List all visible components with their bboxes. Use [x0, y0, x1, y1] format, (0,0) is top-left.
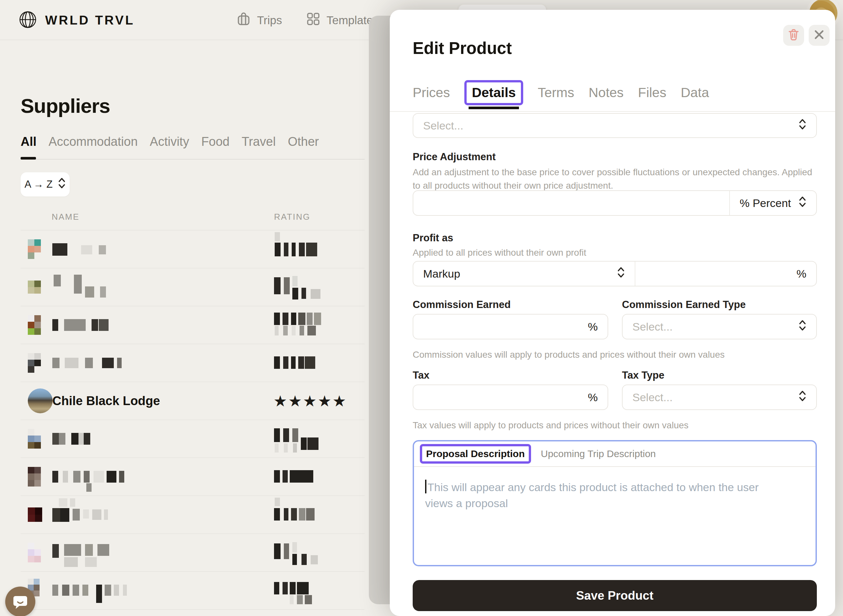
supplier-row[interactable] — [21, 344, 365, 382]
tax-type-select[interactable]: Select... — [622, 384, 817, 410]
supplier-row[interactable] — [21, 230, 365, 268]
tab-all[interactable]: All — [21, 135, 37, 149]
supplier-row[interactable] — [21, 307, 365, 344]
supplier-name: Chile Black Lodge — [52, 394, 160, 408]
modal-tab-details[interactable]: Details — [464, 80, 523, 105]
profit-group: Markup % — [413, 261, 817, 286]
modal-title: Edit Product — [413, 38, 512, 58]
category-select-placeholder: Select... — [423, 119, 799, 132]
chevron-updown-icon — [799, 118, 806, 133]
profit-suffix: % — [796, 267, 806, 280]
globe-logo-icon — [19, 11, 37, 30]
page-title: Suppliers — [21, 94, 110, 117]
profit-value-input[interactable] — [645, 267, 796, 280]
chat-bubble-icon — [11, 591, 30, 612]
price-adjustment-label: Price Adjustment — [413, 151, 817, 163]
trash-icon — [787, 28, 800, 43]
tax-type-label: Tax Type — [622, 370, 817, 381]
tab-travel[interactable]: Travel — [242, 135, 276, 149]
tax-group: % — [413, 384, 608, 410]
edit-product-modal: Edit Product PricesDetailsTermsNotesFile… — [390, 10, 835, 616]
modal-tab-data[interactable]: Data — [681, 85, 709, 100]
supplier-category-tabs: AllAccommodationActivityFoodTravelOther — [21, 135, 319, 149]
tax-suffix: % — [588, 391, 598, 404]
chevron-updown-icon — [799, 389, 806, 405]
modal-tab-notes[interactable]: Notes — [589, 85, 624, 100]
supplier-rating-stars: ★★★★★ — [273, 392, 347, 410]
commission-earned-group: % — [413, 314, 608, 339]
profit-as-help: Applied to all prices without their own … — [413, 246, 817, 259]
close-modal-button[interactable] — [809, 25, 830, 46]
supplier-row[interactable] — [21, 268, 365, 307]
commission-earned-type-select[interactable]: Select... — [622, 314, 817, 339]
close-icon — [814, 29, 825, 41]
supplier-row[interactable] — [21, 572, 365, 610]
description-editor: Proposal DescriptionUpcoming Trip Descri… — [413, 440, 817, 566]
chevron-updown-icon — [617, 266, 625, 282]
tax-label: Tax — [413, 370, 608, 381]
top-nav: TripsTemplates — [236, 0, 379, 40]
grid-icon — [306, 12, 320, 29]
commission-earned-input[interactable] — [423, 320, 588, 333]
supplier-row[interactable] — [21, 420, 365, 458]
commission-type-placeholder: Select... — [632, 320, 799, 333]
modal-tabs: PricesDetailsTermsNotesFilesData — [413, 75, 709, 110]
price-adjustment-help: Add an adjustment to the base price to c… — [413, 166, 817, 192]
active-tab-underline — [21, 157, 36, 160]
tab-accommodation[interactable]: Accommodation — [49, 135, 138, 149]
commission-earned-label: Commission Earned — [413, 299, 608, 311]
profit-as-label: Profit as — [413, 232, 817, 244]
description-placeholder: This will appear any cards this product … — [425, 481, 759, 509]
category-select[interactable]: Select... — [413, 113, 817, 138]
modal-tab-terms[interactable]: Terms — [538, 85, 574, 100]
price-adjustment-input[interactable] — [423, 197, 719, 210]
price-adjustment-group: % Percent — [413, 190, 817, 216]
tax-input[interactable] — [423, 391, 588, 404]
nav-item-templates[interactable]: Templates — [306, 12, 379, 29]
description-tab-upcoming-trip-description[interactable]: Upcoming Trip Description — [541, 448, 656, 459]
description-tab-proposal-description[interactable]: Proposal Description — [420, 444, 531, 463]
tab-other[interactable]: Other — [288, 135, 319, 149]
modal-tab-files[interactable]: Files — [638, 85, 666, 100]
supplier-row[interactable]: Chile Black Lodge★★★★★ — [21, 382, 365, 420]
chevron-updown-icon — [799, 319, 806, 334]
supplier-table: Chile Black Lodge★★★★★ — [21, 230, 365, 616]
tab-activity[interactable]: Activity — [150, 135, 189, 149]
briefcase-icon — [236, 12, 251, 29]
supplier-row[interactable] — [21, 496, 365, 534]
tax-help: Tax values will apply to products and pr… — [413, 418, 817, 432]
text-cursor — [425, 480, 427, 493]
save-product-button[interactable]: Save Product — [413, 580, 817, 611]
modal-divider — [390, 111, 835, 112]
chevron-updown-icon — [799, 195, 806, 211]
nav-item-trips[interactable]: Trips — [236, 12, 282, 29]
supplier-row[interactable] — [21, 458, 365, 496]
profit-type-value: Markup — [423, 267, 460, 280]
tabs-divider — [21, 159, 365, 160]
price-adjustment-unit-value: % Percent — [740, 197, 791, 210]
column-header-name: NAME — [52, 212, 79, 222]
chat-launcher[interactable] — [5, 587, 35, 616]
app-screen: WRLD TRVL TripsTemplates Suppliers AllAc… — [0, 0, 843, 616]
tax-type-placeholder: Select... — [632, 391, 799, 404]
supplier-row[interactable] — [21, 610, 365, 616]
description-textarea[interactable]: This will appear any cards this product … — [414, 467, 799, 524]
commission-help: Commission values will apply to products… — [413, 348, 817, 361]
delete-product-button[interactable] — [783, 25, 804, 46]
sort-dropdown[interactable]: A → Z — [21, 172, 70, 197]
supplier-avatar — [28, 389, 53, 413]
tab-food[interactable]: Food — [201, 135, 230, 149]
modal-tab-prices[interactable]: Prices — [413, 85, 450, 100]
commission-suffix: % — [588, 320, 598, 333]
column-header-rating: RATING — [274, 212, 310, 222]
description-tabs: Proposal DescriptionUpcoming Trip Descri… — [414, 441, 815, 467]
profit-type-select[interactable]: Markup — [413, 261, 635, 286]
brand[interactable]: WRLD TRVL — [19, 11, 135, 30]
supplier-row[interactable] — [21, 534, 365, 572]
commission-earned-type-label: Commission Earned Type — [622, 299, 817, 311]
sort-label: A → Z — [25, 179, 53, 190]
chevron-updown-icon — [58, 177, 66, 192]
price-adjustment-unit-select[interactable]: % Percent — [730, 191, 816, 215]
brand-name: WRLD TRVL — [45, 13, 135, 28]
